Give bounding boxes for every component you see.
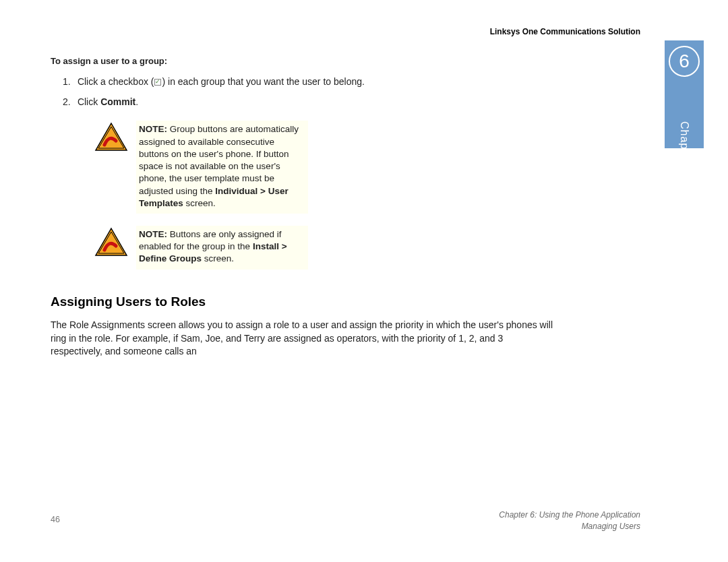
chapter-label: Chapter xyxy=(678,121,690,164)
warning-icon xyxy=(94,227,128,260)
note-2-text: NOTE: Buttons are only assigned if enabl… xyxy=(136,226,308,270)
section-heading: Assigning Users to Roles xyxy=(51,292,556,311)
note-1-body-b: screen. xyxy=(183,198,216,208)
doc-header-title: Linksys One Communications Solution xyxy=(490,27,640,36)
note-label: NOTE: xyxy=(139,124,167,134)
step-number: 2. xyxy=(63,95,75,108)
note-label: NOTE: xyxy=(139,229,167,239)
warning-icon xyxy=(94,122,128,155)
page-number: 46 xyxy=(51,515,60,524)
step-2-text-b: . xyxy=(135,96,138,107)
page-content: To assign a user to a group: 1. Click a … xyxy=(51,55,556,358)
body-paragraph: The Role Assignments screen allows you t… xyxy=(51,319,556,358)
footer-sub-line: Managing Users xyxy=(499,521,640,532)
note-1-text: NOTE: Group buttons are automatically as… xyxy=(136,121,308,214)
note-block-2: NOTE: Buttons are only assigned if enabl… xyxy=(94,226,324,270)
chapter-number: 6 xyxy=(679,51,690,72)
step-number: 1. xyxy=(63,75,75,88)
chapter-tab: 6 Chapter xyxy=(665,40,704,148)
checkbox-icon xyxy=(154,79,161,86)
step-2-text-a: Click xyxy=(78,96,100,107)
footer-chapter-line: Chapter 6: Using the Phone Application xyxy=(499,509,640,521)
sub-heading: To assign a user to a group: xyxy=(51,55,556,68)
footer-right: Chapter 6: Using the Phone Application M… xyxy=(499,509,640,532)
step-1-text-b: ) in each group that you want the user t… xyxy=(162,76,364,87)
step-1: 1. Click a checkbox () in each group tha… xyxy=(63,75,556,88)
note-block-1: NOTE: Group buttons are automatically as… xyxy=(94,121,324,214)
chapter-number-circle: 6 xyxy=(669,46,700,77)
note-2-body-b: screen. xyxy=(202,253,234,263)
step-1-text-a: Click a checkbox ( xyxy=(78,76,154,87)
step-2: 2. Click Commit. xyxy=(63,95,556,108)
step-2-bold: Commit xyxy=(100,96,135,107)
